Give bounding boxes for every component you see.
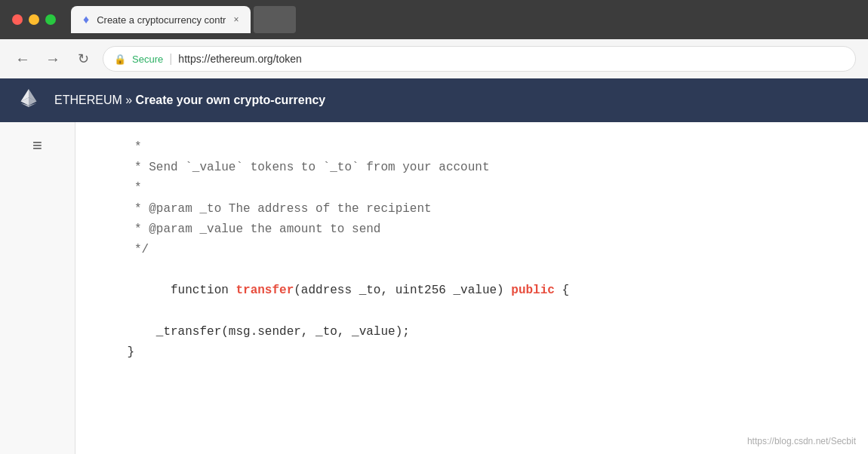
- minimize-button[interactable]: [29, 14, 39, 25]
- code-line-5: * @param _value the amount to send: [98, 219, 845, 240]
- eth-brand-name: ETHEREUM: [54, 94, 122, 106]
- traffic-lights: [12, 14, 56, 25]
- function-name: transfer: [235, 284, 294, 297]
- back-button[interactable]: ←: [12, 51, 33, 68]
- code-area: * * Send `_value` tokens to `_to` from y…: [75, 122, 868, 454]
- eth-header: ETHEREUM » Create your own crypto-curren…: [0, 78, 868, 122]
- secure-icon: 🔒: [114, 54, 126, 65]
- tab-title: Create a cryptocurrency contr: [97, 14, 226, 26]
- eth-page-title: Create your own crypto-currency: [136, 94, 326, 106]
- address-bar: ← → ↻ 🔒 Secure | https://ethereum.org/to…: [0, 39, 868, 78]
- code-brace: {: [555, 284, 569, 297]
- close-button[interactable]: [12, 14, 23, 25]
- forward-button[interactable]: →: [42, 51, 63, 68]
- keyword-function: function: [142, 284, 236, 297]
- tab-area: ♦ Create a cryptocurrency contr ×: [71, 6, 856, 33]
- maximize-button[interactable]: [45, 14, 56, 25]
- hamburger-menu-icon[interactable]: ≡: [32, 137, 42, 154]
- code-params: (address _to, uint256 _value): [294, 284, 511, 297]
- sidebar: ≡: [0, 122, 75, 454]
- keyword-public: public: [511, 284, 555, 297]
- code-line-4: * @param _to The address of the recipien…: [98, 199, 845, 219]
- new-tab-area: [254, 6, 296, 33]
- browser-tab[interactable]: ♦ Create a cryptocurrency contr ×: [71, 6, 251, 33]
- tab-favicon-icon: ♦: [83, 13, 89, 26]
- url-bar[interactable]: 🔒 Secure | https://ethereum.org/token: [103, 46, 856, 72]
- eth-brand: ETHEREUM » Create your own crypto-curren…: [54, 94, 325, 107]
- title-bar: ♦ Create a cryptocurrency contr ×: [0, 0, 868, 39]
- code-line-2: * Send `_value` tokens to `_to` from you…: [98, 158, 845, 178]
- ethereum-logo: [15, 87, 42, 114]
- code-line-6: */: [98, 240, 845, 260]
- watermark: https://blog.csdn.net/Secbit: [747, 436, 856, 446]
- main-content: ≡ * * Send `_value` tokens to `_to` from…: [0, 122, 868, 454]
- code-line-7: function transfer(address _to, uint256 _…: [98, 260, 845, 322]
- code-line-8: _transfer(msg.sender, _to, _value);: [98, 322, 845, 342]
- url-text: https://ethereum.org/token: [178, 53, 301, 65]
- eth-separator: »: [125, 94, 132, 106]
- refresh-button[interactable]: ↻: [72, 51, 94, 67]
- tab-close-icon[interactable]: ×: [233, 14, 239, 25]
- secure-label: Secure: [132, 54, 163, 65]
- url-divider: |: [169, 52, 172, 66]
- code-line-1: *: [98, 137, 845, 158]
- code-line-9: }: [98, 342, 845, 363]
- code-line-3: *: [98, 178, 845, 198]
